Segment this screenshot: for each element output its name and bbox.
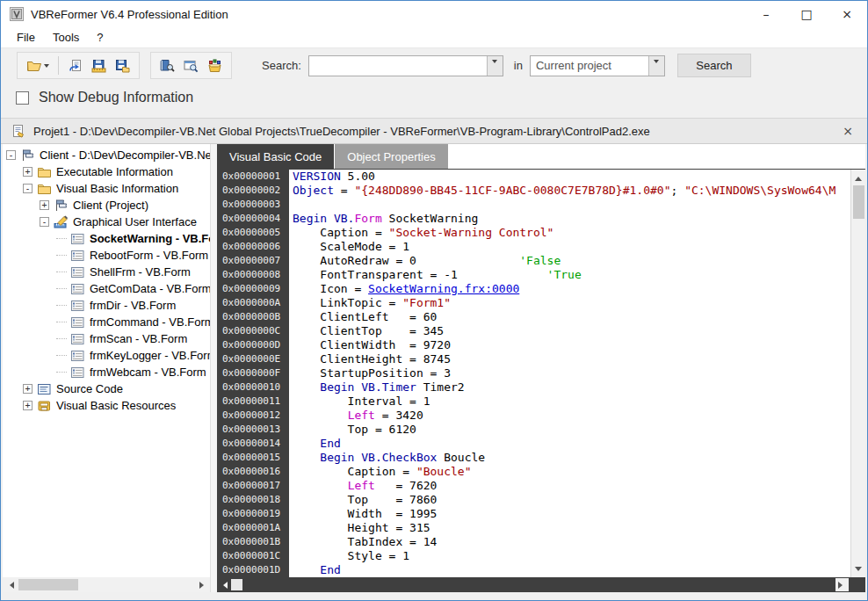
code-line: Begin VB.Form SocketWarning — [289, 212, 850, 226]
code-token: Left — [348, 409, 375, 422]
scroll-left-button[interactable] — [3, 577, 17, 592]
scrollbar-thumb[interactable] — [18, 579, 78, 590]
scroll-right-button[interactable] — [835, 578, 849, 591]
scope-combobox[interactable]: Current project — [530, 55, 665, 76]
save-project-button[interactable] — [111, 54, 134, 76]
code-line: AutoRedraw = 0 'False — [289, 254, 850, 268]
maximize-button[interactable]: □ — [786, 1, 827, 27]
code-horizontal-scrollbar[interactable] — [217, 577, 865, 592]
tree-item[interactable]: frmWebcam - VB.Form — [3, 364, 210, 380]
export-report-icon — [69, 59, 83, 73]
gutter-address: 0x00000017 — [217, 479, 289, 493]
show-debug-checkbox[interactable] — [16, 91, 29, 105]
code-token: = 7620 — [375, 479, 437, 492]
code-line: ClientWidth = 9720 — [289, 338, 850, 352]
tree-item[interactable]: frmKeyLogger - VB.Form — [3, 347, 210, 364]
tab-object-properties[interactable]: Object Properties — [335, 144, 447, 169]
collapse-toggle[interactable]: - — [23, 184, 33, 193]
tree-item[interactable]: +Executable Information — [3, 163, 210, 180]
gutter-address: 0x00000014 — [217, 437, 289, 451]
scroll-right-button[interactable] — [196, 577, 210, 592]
scroll-down-button[interactable] — [851, 563, 866, 577]
expand-toggle[interactable]: + — [23, 384, 33, 394]
arrow-right-icon — [199, 582, 207, 589]
scrollbar-thumb[interactable] — [853, 185, 864, 219]
collapse-toggle[interactable]: - — [40, 217, 49, 227]
code-token: Object — [293, 184, 334, 197]
tree-item[interactable]: +Visual Basic Resources — [3, 397, 210, 414]
gutter-address: 0x00000006 — [217, 240, 289, 254]
toolbar-divider — [58, 56, 59, 75]
scroll-up-button[interactable] — [851, 170, 866, 184]
search-combobox — [308, 55, 503, 76]
tree-item-label: Source Code — [56, 382, 123, 395]
code-token: ClientLeft = 60 — [293, 310, 437, 323]
code-token — [293, 479, 348, 492]
save-design-button[interactable] — [87, 54, 111, 76]
source-icon — [37, 382, 52, 396]
tree-item[interactable]: -Client - D:\Dev\Decompiler-VB.Net — [3, 147, 210, 163]
frx-resource-link[interactable]: SocketWarning.frx:0000 — [368, 282, 519, 295]
toolbar-group-1 — [17, 52, 140, 79]
tree-item-label: frmCommand - VB.Form — [90, 315, 210, 329]
search-preview-button[interactable] — [179, 54, 203, 76]
tree-item[interactable]: GetComData - VB.Form — [3, 280, 210, 297]
search-input[interactable] — [309, 56, 487, 76]
code-line: VERSION 5.00 — [289, 170, 850, 184]
scroll-left-button[interactable] — [217, 577, 230, 592]
tree-item[interactable]: RebootForm - VB.Form — [3, 247, 210, 264]
close-button[interactable]: × — [827, 1, 867, 27]
gutter-address: 0x00000001 — [217, 170, 289, 184]
find-code-button[interactable] — [156, 54, 179, 76]
menu-tools[interactable]: Tools — [44, 29, 88, 46]
tree-item[interactable]: frmCommand - VB.Form — [3, 314, 210, 330]
tree-item[interactable]: -Graphical User Interface — [3, 214, 210, 230]
bottom-strip — [1, 592, 867, 600]
tree-horizontal-scrollbar[interactable] — [3, 577, 210, 592]
code-token: Top = 7860 — [293, 493, 437, 506]
tree-item[interactable]: frmScan - VB.Form — [3, 330, 210, 347]
save-project-icon — [115, 59, 130, 73]
export-resources-button[interactable] — [203, 54, 227, 76]
gutter-address: 0x00000003 — [217, 198, 289, 212]
menu-file[interactable]: File — [8, 29, 44, 46]
tree-item-label: Visual Basic Information — [56, 182, 178, 195]
expand-toggle[interactable]: + — [23, 401, 33, 410]
panel-splitter[interactable] — [211, 144, 217, 592]
folder-icon — [37, 165, 52, 179]
tree-connector — [56, 305, 67, 306]
tree-item[interactable]: ShellFrm - VB.Form — [3, 264, 210, 280]
code-token: TabIndex = 14 — [293, 535, 437, 548]
tree-connector — [56, 272, 67, 272]
scrollbar-thumb[interactable] — [231, 579, 242, 590]
code-token: "{248DD890-BB45-11CF-9ABC-0080C7E7B78D}#… — [354, 184, 670, 197]
tree-item[interactable]: +Source Code — [3, 380, 210, 397]
open-folder-button[interactable] — [22, 54, 54, 76]
gutter-address: 0x00000015 — [217, 451, 289, 465]
open-folder-icon — [26, 59, 42, 73]
tree-item[interactable]: -Visual Basic Information — [3, 180, 210, 197]
tree-item-label: GetComData - VB.Form — [90, 282, 210, 295]
search-dropdown-button[interactable] — [487, 56, 503, 76]
project-file-icon — [11, 124, 25, 138]
code-line: ClientHeight = 8745 — [289, 352, 850, 366]
expand-toggle[interactable]: + — [23, 167, 33, 177]
show-debug-label: Show Debug Information — [39, 90, 193, 105]
tree-item[interactable]: SocketWarning - VB.Form — [3, 230, 210, 247]
tree-item[interactable]: +Client (Project) — [3, 197, 210, 214]
search-button[interactable]: Search — [677, 54, 751, 77]
panel-close-button[interactable]: × — [839, 124, 857, 138]
collapse-toggle[interactable]: - — [6, 150, 16, 160]
tab-visual-basic-code[interactable]: Visual Basic Code — [217, 144, 334, 169]
scope-dropdown-button[interactable] — [648, 56, 664, 76]
code-line: Icon = SocketWarning.frx:0000 — [289, 282, 850, 296]
export-report-button[interactable] — [63, 54, 87, 76]
gutter-address: 0x00000016 — [217, 465, 289, 479]
expand-toggle[interactable]: + — [40, 200, 49, 210]
code-vertical-scrollbar[interactable] — [850, 170, 865, 577]
search-label: Search: — [262, 59, 301, 72]
tree-item[interactable]: frmDir - VB.Form — [3, 297, 210, 314]
form-icon — [70, 265, 85, 279]
menu-help[interactable]: ? — [88, 29, 112, 46]
minimize-button[interactable]: – — [746, 1, 786, 27]
